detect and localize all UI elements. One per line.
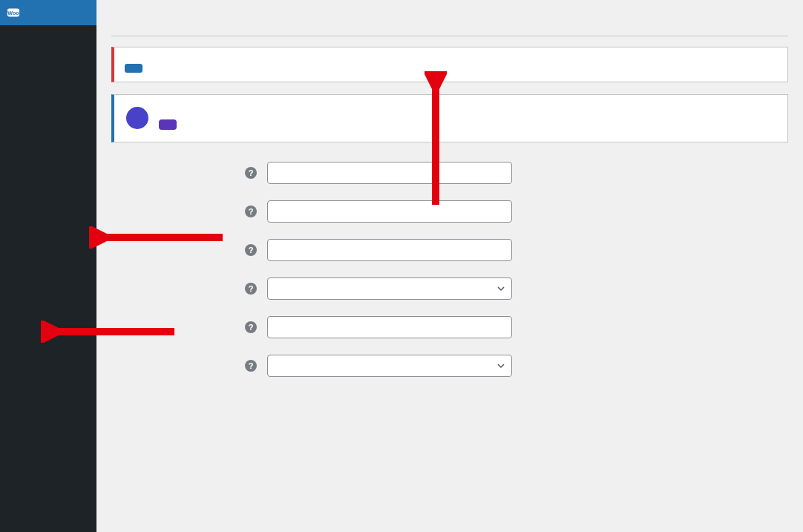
help-icon[interactable]: ? <box>245 321 257 333</box>
svg-text:Woo: Woo <box>7 10 19 16</box>
sidebar-item-woocommerce[interactable]: Woo <box>0 0 96 25</box>
address2-input[interactable] <box>267 200 512 223</box>
main-content: ? ? ? ? ? ? <box>96 0 803 532</box>
license-notice <box>111 47 788 82</box>
help-icon[interactable]: ? <box>245 244 257 256</box>
settings-tabs <box>111 36 788 36</box>
help-icon[interactable]: ? <box>245 283 257 295</box>
selling-location-select[interactable] <box>267 355 512 377</box>
postcode-input[interactable] <box>267 316 512 338</box>
city-input[interactable] <box>267 239 512 261</box>
help-icon[interactable]: ? <box>245 360 257 372</box>
help-icon[interactable]: ? <box>245 167 257 179</box>
elementor-icon <box>126 107 148 129</box>
country-select[interactable] <box>267 278 512 300</box>
woo-icon: Woo <box>6 5 21 20</box>
admin-sidebar: Woo <box>0 0 96 532</box>
activate-license-button[interactable] <box>125 64 142 73</box>
elementor-promo <box>111 94 788 142</box>
address1-input[interactable] <box>267 162 512 184</box>
page-title <box>111 0 788 21</box>
learn-more-button[interactable] <box>159 119 177 130</box>
help-icon[interactable]: ? <box>245 206 257 217</box>
